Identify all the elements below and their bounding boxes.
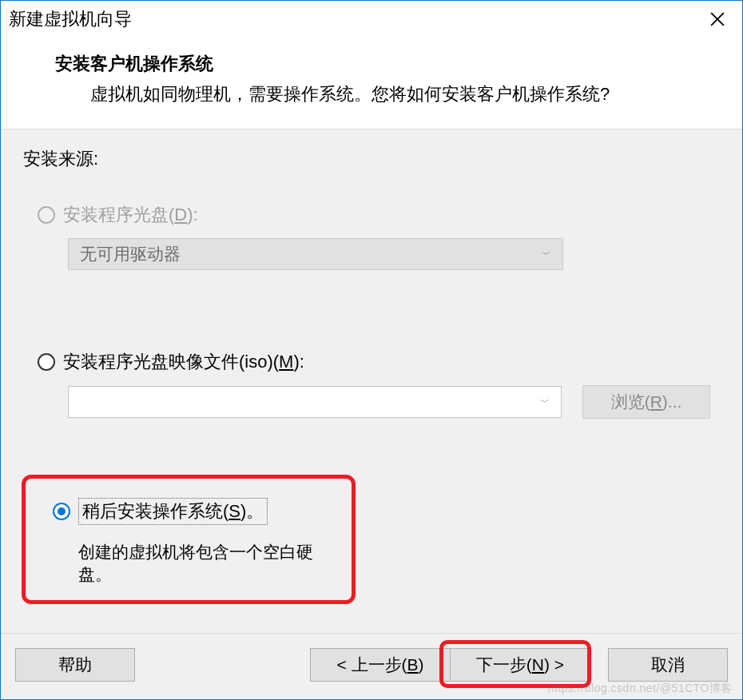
install-source-label: 安装来源: — [23, 147, 720, 171]
disc-drive-combo: 无可用驱动器 ﹀ — [68, 238, 563, 270]
option-iso-label: 安装程序光盘映像文件(iso)(M): — [63, 350, 304, 374]
next-button[interactable]: 下一步(N) > — [450, 648, 590, 682]
wizard-window: 新建虚拟机向导 安装客户机操作系统 虚拟机如同物理机，需要操作系统。您将如何安装… — [0, 0, 743, 700]
chevron-down-icon: ﹀ — [542, 248, 551, 261]
option-iso-row[interactable]: 安装程序光盘映像文件(iso)(M): — [38, 350, 720, 374]
cancel-button[interactable]: 取消 — [608, 648, 728, 682]
browse-button: 浏览(R)... — [582, 385, 710, 419]
option-later-highlight: 稍后安装操作系统(S)。 创建的虚拟机将包含一个空白硬盘。 — [22, 475, 356, 604]
close-button[interactable] — [699, 1, 736, 38]
option-later-desc: 创建的虚拟机将包含一个空白硬盘。 — [78, 541, 339, 586]
iso-row: ﹀ 浏览(R)... — [68, 385, 720, 419]
header-subtitle: 虚拟机如同物理机，需要操作系统。您将如何安装客户机操作系统? — [90, 82, 726, 106]
titlebar: 新建虚拟机向导 — [1, 1, 742, 38]
watermark: https://blog.csdn.net/@51CTO博客 — [548, 682, 733, 696]
option-later-label: 稍后安装操作系统(S)。 — [78, 498, 268, 525]
wizard-header: 安装客户机操作系统 虚拟机如同物理机，需要操作系统。您将如何安装客户机操作系统? — [1, 38, 742, 129]
back-button[interactable]: < 上一步(B) — [310, 648, 451, 682]
chevron-down-icon: ﹀ — [540, 396, 550, 409]
radio-disc — [38, 206, 55, 224]
wizard-footer: 帮助 < 上一步(B) 下一步(N) > 取消 https://blog.csd… — [1, 633, 742, 699]
header-title: 安装客户机操作系统 — [55, 52, 726, 76]
wizard-body: 安装来源: 安装程序光盘(D): 无可用驱动器 ﹀ 安装程序光盘映像文件(iso… — [1, 129, 742, 633]
window-title: 新建虚拟机向导 — [7, 7, 132, 31]
help-button[interactable]: 帮助 — [15, 648, 135, 682]
option-disc-row: 安装程序光盘(D): — [38, 203, 720, 227]
radio-iso[interactable] — [38, 353, 55, 371]
radio-later[interactable] — [53, 503, 70, 520]
option-later-row[interactable]: 稍后安装操作系统(S)。 — [53, 498, 339, 525]
close-icon — [710, 12, 725, 26]
option-disc-label: 安装程序光盘(D): — [63, 203, 198, 227]
disc-combo-text: 无可用驱动器 — [80, 243, 181, 265]
iso-path-combo[interactable]: ﹀ — [68, 386, 562, 418]
